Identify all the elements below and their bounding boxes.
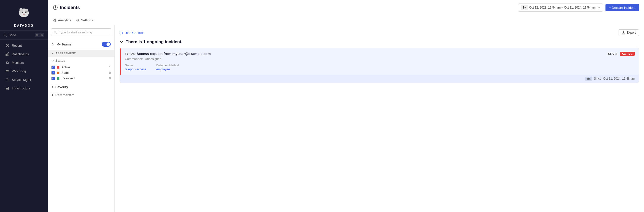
svg-point-6	[23, 14, 25, 15]
filter-search-placeholder: Type to start searching	[59, 30, 92, 34]
bell-icon	[6, 61, 9, 65]
incident-id: IR-124:	[125, 52, 136, 56]
briefcase-icon	[6, 78, 9, 82]
svg-rect-22	[53, 20, 54, 22]
main-content: Incidents 1y Oct 12, 2023, 11:54 am – Oc…	[48, 0, 644, 212]
subnav-settings[interactable]: Settings	[76, 17, 93, 23]
time-range-button[interactable]: 1y Oct 12, 2023, 11:54 am – Oct 11, 2024…	[518, 4, 603, 12]
active-checkbox[interactable]	[51, 66, 55, 69]
stable-status-dot	[57, 72, 59, 74]
postmortem-filter[interactable]: Postmortem	[48, 91, 114, 99]
incident-title-left: IR-124: Access request from myuser@examp…	[125, 52, 211, 56]
page-title: Incidents	[53, 5, 80, 10]
resolved-checkbox[interactable]	[51, 77, 55, 80]
chevron-down-icon-assess	[51, 52, 54, 55]
sidebar-nav: Recent Dashboards Monitors Watchdog Serv…	[0, 40, 48, 212]
sidebar-item-watchdog[interactable]: Watchdog	[2, 67, 46, 75]
severity-filter[interactable]: Severity	[48, 83, 114, 91]
incidents-group-header: There is 1 ongoing incident.	[120, 39, 639, 44]
chevron-down-icon	[597, 6, 600, 9]
search-icon	[4, 33, 7, 37]
chevron-down-status-icon	[51, 60, 54, 62]
export-button[interactable]: Export	[619, 29, 639, 36]
status-group-title[interactable]: Status	[51, 59, 111, 63]
chevron-down-group-icon	[120, 40, 124, 44]
hide-controls-button[interactable]: Hide Controls	[120, 31, 145, 35]
sidebar-item-monitors[interactable]: Monitors	[2, 59, 46, 67]
incident-title-row: IR-124: Access request from myuser@examp…	[125, 52, 635, 56]
search-shortcut: ⌘ + K	[35, 33, 44, 37]
incident-title-text: Access request from myuser@example.com	[136, 52, 211, 56]
status-active-item[interactable]: Active 1	[51, 65, 111, 70]
incident-commander: Commander: Unassigned	[125, 57, 635, 61]
chart-icon	[6, 52, 9, 56]
incidents-panel: Hide Controls Export There is 1 ongoing …	[115, 25, 644, 212]
my-teams-label: My Teams	[56, 42, 71, 46]
filter-panel: Type to start searching My Teams ASSESSM…	[48, 25, 115, 212]
svg-rect-11	[7, 53, 8, 56]
bar-chart-icon	[53, 19, 56, 22]
chevron-right-postmortem-icon	[51, 94, 54, 96]
incident-footer: 6m Since: Oct 11, 2024, 11:48 am	[120, 75, 639, 83]
topbar: Incidents 1y Oct 12, 2023, 11:54 am – Oc…	[48, 0, 644, 15]
search-label: Go to...	[9, 33, 18, 37]
svg-rect-28	[120, 31, 121, 34]
clock-icon	[6, 44, 9, 47]
stable-checkbox[interactable]	[51, 71, 55, 75]
sidebar-item-infrastructure[interactable]: Infrastructure	[2, 84, 46, 92]
panel-controls: Hide Controls Export	[120, 29, 639, 36]
svg-rect-12	[8, 52, 9, 56]
export-icon	[622, 31, 625, 34]
svg-point-25	[77, 20, 79, 21]
svg-rect-23	[54, 20, 55, 22]
incidents-icon	[53, 5, 58, 10]
status-filter-group: Status Active 1 Stable 0 Re	[48, 57, 114, 83]
severity-badge: SEV-3	[608, 52, 617, 56]
active-status-badge: ACTIVE	[620, 52, 635, 56]
assessment-label: ASSESSMENT	[55, 52, 76, 55]
topbar-right: 1y Oct 12, 2023, 11:54 am – Oct 11, 2024…	[518, 4, 639, 12]
svg-point-7	[4, 34, 6, 36]
svg-point-21	[55, 7, 56, 8]
settings-gear-icon	[76, 19, 80, 22]
incident-card-inner: IR-124: Access request from myuser@examp…	[120, 48, 639, 75]
status-resolved-item[interactable]: Resolved 0	[51, 76, 111, 81]
filter-search-icon	[54, 31, 57, 34]
content-area: Type to start searching My Teams ASSESSM…	[48, 25, 644, 212]
filter-search[interactable]: Type to start searching	[51, 28, 111, 36]
incident-card[interactable]: IR-124: Access request from myuser@examp…	[120, 48, 639, 83]
subnav-analytics[interactable]: Analytics	[53, 17, 71, 23]
assessment-section-header[interactable]: ASSESSMENT	[48, 50, 114, 57]
logo-area: DATADOG	[0, 0, 48, 31]
datadog-logo-icon	[15, 5, 33, 22]
my-teams-row[interactable]: My Teams	[48, 40, 114, 49]
svg-point-4	[22, 12, 23, 13]
chevron-right-icon	[51, 43, 54, 46]
hide-controls-icon	[120, 31, 123, 34]
svg-rect-15	[6, 79, 9, 81]
eye-icon	[6, 69, 9, 73]
global-search[interactable]: Go to... ⌘ + K	[0, 31, 48, 40]
svg-line-27	[56, 33, 56, 33]
time-ago-badge: 6m	[585, 77, 592, 81]
active-status-dot	[57, 66, 59, 69]
sidebar-item-recent[interactable]: Recent	[2, 41, 46, 50]
time-period: 1y	[521, 5, 528, 10]
chevron-right-severity-icon	[51, 86, 54, 88]
incident-main: IR-124: Access request from myuser@examp…	[125, 52, 635, 71]
sidebar-item-dashboards[interactable]: Dashboards	[2, 50, 46, 58]
teams-meta: Teams teleport-access	[125, 64, 146, 71]
detection-meta: Detection Method employee	[156, 64, 179, 71]
declare-incident-button[interactable]: + Declare Incident	[605, 4, 639, 11]
time-range-text: Oct 12, 2023, 11:54 am – Oct 11, 2024, 1…	[529, 6, 596, 9]
server-icon	[6, 86, 9, 90]
status-stable-item[interactable]: Stable 0	[51, 70, 111, 76]
svg-point-19	[8, 89, 9, 89]
sidebar-item-service-mgmt[interactable]: Service Mgmt	[2, 76, 46, 84]
resolved-status-dot	[57, 77, 59, 80]
my-teams-toggle[interactable]	[102, 42, 111, 47]
since-label: Since: Oct 11, 2024, 11:48 am	[594, 77, 635, 80]
brand-label: DATADOG	[14, 24, 34, 27]
svg-rect-10	[6, 54, 7, 56]
svg-rect-24	[55, 19, 56, 22]
